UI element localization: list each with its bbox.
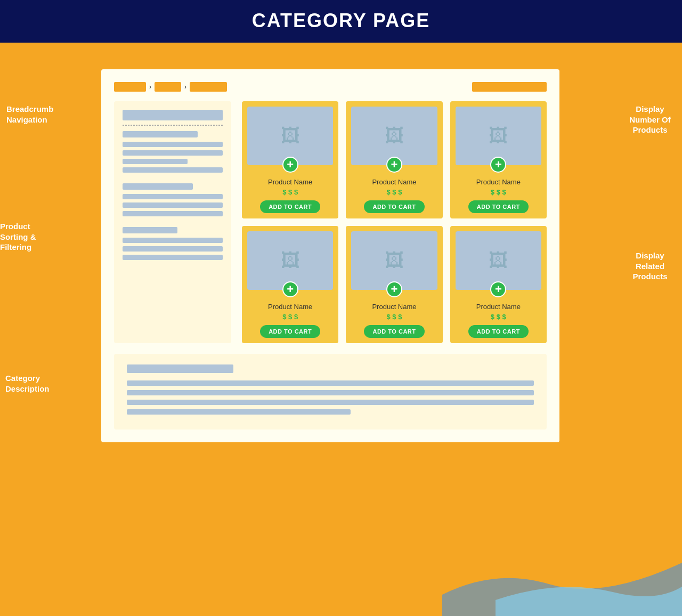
breadcrumb-item-2[interactable]	[155, 82, 181, 92]
product-name-1: Product Name	[268, 178, 312, 186]
sidebar-subtitle-2	[123, 227, 177, 233]
add-to-cart-btn-3[interactable]: ADD TO CART	[468, 200, 529, 213]
product-image-icon-2: 🖼	[385, 125, 404, 147]
add-to-cart-btn-1[interactable]: ADD TO CART	[260, 200, 320, 213]
add-to-wishlist-2[interactable]: +	[386, 157, 402, 173]
product-price-1: $ $ $	[282, 188, 298, 196]
annotation-breadcrumb: Breadcrumb Navigation	[6, 104, 60, 125]
main-area: Breadcrumb Navigation Product Sorting & …	[0, 43, 682, 616]
sidebar-line-5	[123, 194, 223, 199]
sidebar-line-8	[123, 238, 223, 243]
sidebar-line-2	[123, 150, 223, 156]
sidebar-filter-title	[123, 183, 193, 190]
product-name-4: Product Name	[268, 303, 312, 311]
sidebar-line-9	[123, 246, 223, 252]
desc-line-2	[127, 390, 534, 395]
desc-line-3	[127, 400, 534, 405]
breadcrumb-item-3[interactable]	[190, 82, 227, 92]
add-to-wishlist-4[interactable]: +	[282, 281, 298, 297]
product-image-1: 🖼 +	[247, 107, 333, 165]
add-to-cart-btn-6[interactable]: ADD TO CART	[468, 325, 529, 338]
product-image-5: 🖼 +	[351, 231, 437, 290]
content-layout: 🖼 + Product Name $ $ $ ADD TO CART 🖼 + P…	[114, 101, 547, 343]
product-image-icon-4: 🖼	[281, 249, 300, 272]
add-to-wishlist-6[interactable]: +	[490, 281, 506, 297]
product-price-3: $ $ $	[491, 188, 506, 196]
product-card-4: 🖼 + Product Name $ $ $ ADD TO CART	[242, 226, 338, 343]
product-price-6: $ $ $	[491, 313, 506, 321]
product-image-icon-3: 🖼	[489, 125, 508, 147]
product-card-5: 🖼 + Product Name $ $ $ ADD TO CART	[346, 226, 442, 343]
sidebar-divider	[123, 125, 223, 126]
annotation-display-number: Display Number Of Products	[621, 104, 679, 135]
wireframe-card: › ›	[101, 69, 559, 442]
product-image-icon-1: 🖼	[281, 125, 300, 147]
product-name-5: Product Name	[372, 303, 416, 311]
product-grid: 🖼 + Product Name $ $ $ ADD TO CART 🖼 + P…	[242, 101, 547, 343]
product-name-6: Product Name	[476, 303, 521, 311]
annotation-sorting: Product Sorting & Filtering	[0, 221, 59, 253]
product-name-2: Product Name	[372, 178, 416, 186]
sidebar-title-bar	[123, 110, 223, 120]
page-title: CATEGORY PAGE	[252, 10, 431, 31]
breadcrumb-row: › ›	[114, 82, 547, 92]
product-image-icon-6: 🖼	[489, 249, 508, 272]
bottom-wave-decoration	[442, 547, 682, 616]
add-to-wishlist-5[interactable]: +	[386, 281, 402, 297]
category-description-section	[114, 354, 547, 429]
sidebar-line-3	[123, 159, 188, 164]
annotation-category-desc: Category Description	[5, 373, 64, 394]
sidebar-line-10	[123, 255, 223, 260]
breadcrumb-item-1[interactable]	[114, 82, 146, 92]
page-header: CATEGORY PAGE	[0, 0, 682, 43]
add-to-cart-btn-5[interactable]: ADD TO CART	[364, 325, 424, 338]
add-to-cart-btn-4[interactable]: ADD TO CART	[260, 325, 320, 338]
sidebar-line-6	[123, 202, 223, 208]
add-to-wishlist-1[interactable]: +	[282, 157, 298, 173]
product-image-4: 🖼 +	[247, 231, 333, 290]
breadcrumb-chevron-2: ›	[184, 83, 186, 91]
desc-line-4	[127, 409, 351, 415]
product-price-5: $ $ $	[387, 313, 402, 321]
product-image-3: 🖼 +	[456, 107, 541, 165]
add-to-wishlist-3[interactable]: +	[490, 157, 506, 173]
annotation-display-related: Display Related Products	[621, 250, 679, 282]
product-image-6: 🖼 +	[456, 231, 541, 290]
desc-title-bar	[127, 364, 233, 373]
product-price-4: $ $ $	[282, 313, 298, 321]
sidebar-line-7	[123, 211, 223, 216]
product-image-2: 🖼 +	[351, 107, 437, 165]
product-price-2: $ $ $	[387, 188, 402, 196]
breadcrumb-search[interactable]	[472, 82, 547, 92]
product-name-3: Product Name	[476, 178, 521, 186]
sidebar-subtitle-1	[123, 131, 198, 137]
product-card-1: 🖼 + Product Name $ $ $ ADD TO CART	[242, 101, 338, 218]
product-card-6: 🖼 + Product Name $ $ $ ADD TO CART	[450, 226, 547, 343]
desc-line-1	[127, 380, 534, 386]
product-card-2: 🖼 + Product Name $ $ $ ADD TO CART	[346, 101, 442, 218]
sidebar-line-1	[123, 142, 223, 147]
add-to-cart-btn-2[interactable]: ADD TO CART	[364, 200, 424, 213]
product-card-3: 🖼 + Product Name $ $ $ ADD TO CART	[450, 101, 547, 218]
sidebar	[114, 101, 231, 343]
sidebar-line-4	[123, 167, 223, 173]
product-image-icon-5: 🖼	[385, 249, 404, 272]
breadcrumb-chevron-1: ›	[149, 83, 151, 91]
